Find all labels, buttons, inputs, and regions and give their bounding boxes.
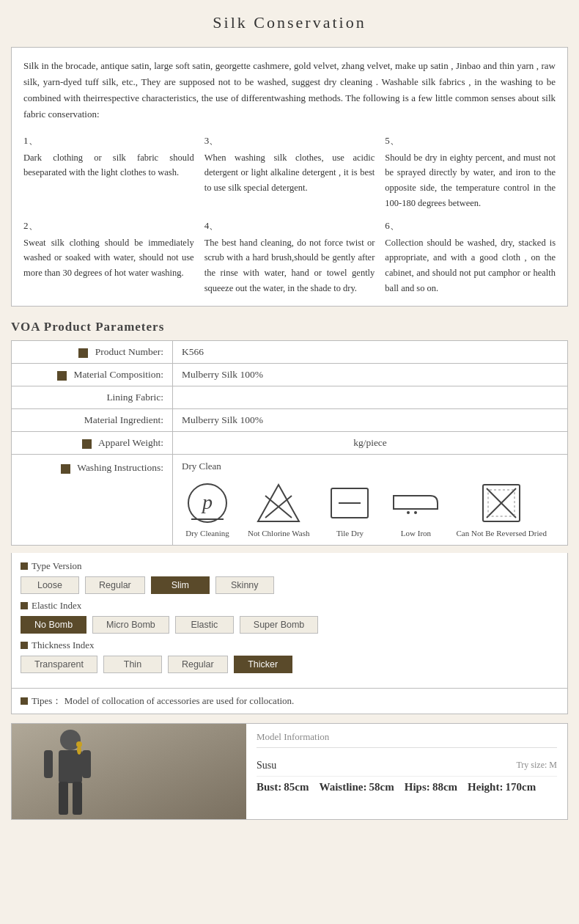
type-regular-btn[interactable]: Regular	[85, 576, 145, 594]
conservation-item-1: 1、 Dark clothing or silk fabric should b…	[23, 133, 194, 210]
low-iron-icon	[390, 481, 441, 525]
item-num-2: 2、	[23, 218, 194, 233]
param-row-washing: Washing Instructions: Dry Clean p	[12, 455, 568, 545]
conservation-item-3: 3、 When washing silk clothes, use acidic…	[204, 133, 375, 210]
no-chlorine-item: Not Chlorine Wash	[248, 481, 309, 538]
model-hips: Hips: 88cm	[405, 781, 457, 793]
elastic-elastic-btn[interactable]: Elastic	[175, 616, 234, 634]
low-iron-item: Low Iron	[390, 481, 441, 538]
item-num-6: 6、	[385, 218, 556, 233]
tile-dry-label: Tile Dry	[336, 528, 364, 538]
param-row-lining-fabric: Lining Fabric:	[12, 386, 568, 409]
type-loose-btn[interactable]: Loose	[21, 576, 79, 594]
tips-text: Tipes： Model of collocation of accessori…	[32, 694, 294, 708]
svg-marker-3	[258, 485, 299, 521]
model-bust: Bust: 85cm	[257, 781, 309, 793]
material-comp-label: Material Composition:	[12, 364, 173, 386]
model-stats-row: Bust: 85cm Waistline: 58cm Hips: 88cm He…	[257, 777, 557, 798]
item-num-3: 3、	[204, 133, 375, 148]
model-section: Model Information Susu Try size: M Bust:…	[11, 723, 568, 820]
not-chlorine-label: Not Chlorine Wash	[248, 528, 309, 538]
dry-cleaning-icon: p	[185, 481, 229, 525]
param-row-material-ingredient: Material Ingredient: Mulberry Silk 100%	[12, 409, 568, 432]
lining-fabric-value	[173, 386, 568, 409]
model-info-right: Model Information Susu Try size: M Bust:…	[246, 724, 567, 819]
elastic-nobomb-btn[interactable]: No Bomb	[21, 616, 86, 634]
washing-content-cell: Dry Clean p Dry Cleaning	[173, 455, 568, 545]
conservation-box: Silk in the brocade, antique satin, larg…	[11, 47, 568, 307]
square-icon-2	[57, 371, 67, 381]
item-num-5: 5、	[385, 133, 556, 148]
model-try-size: Try size: M	[516, 760, 557, 771]
item-num-4: 4、	[204, 218, 375, 233]
cant-reverse-item: Can Not Be Reversed Dried	[456, 481, 546, 538]
conservation-item-6: 6、 Collection should be washed, dry, sta…	[385, 218, 556, 296]
thickness-index-label: Thickness Index	[21, 639, 558, 651]
model-info-name-row: Susu Try size: M	[257, 755, 557, 777]
square-icon-4	[61, 464, 70, 474]
conservation-item-5: 5、 Should be dry in eighty percent, and …	[385, 133, 556, 210]
model-height: Height: 170cm	[468, 781, 536, 793]
conservation-grid: 1、 Dark clothing or silk fabric should b…	[23, 133, 556, 296]
tile-dry-item: Tile Dry	[324, 481, 375, 538]
washing-icons-area: p Dry Cleaning	[182, 478, 558, 538]
type-skinny-btn[interactable]: Skinny	[215, 576, 274, 594]
thickness-index-group: Thickness Index Transparent Thin Regular…	[21, 639, 558, 673]
square-icon-tips	[21, 697, 28, 705]
thickness-thin-btn[interactable]: Thin	[103, 656, 162, 673]
svg-point-10	[414, 511, 417, 514]
tile-dry-icon	[328, 481, 372, 525]
svg-rect-20	[44, 750, 53, 778]
thickness-index-buttons: Transparent Thin Regular Thicker	[21, 656, 558, 673]
thickness-thicker-btn[interactable]: Thicker	[234, 656, 292, 673]
svg-rect-19	[73, 782, 82, 815]
conservation-item-4: 4、 The best hand cleaning, do not force …	[204, 218, 375, 296]
model-figure	[12, 724, 246, 819]
svg-rect-21	[82, 750, 91, 778]
cant-reverse-icon	[479, 481, 523, 525]
conservation-item-2: 2、 Sweat silk clothing should be immedia…	[23, 218, 194, 296]
type-slim-btn[interactable]: Slim	[151, 576, 210, 594]
tips-row: Tipes： Model of collocation of accessori…	[11, 689, 568, 714]
washing-label: Washing Instructions:	[12, 455, 173, 545]
material-comp-value: Mulberry Silk 100%	[173, 364, 568, 386]
item-num-1: 1、	[23, 133, 194, 148]
model-info-title: Model Information	[257, 731, 557, 748]
model-name: Susu	[257, 760, 300, 771]
page-title: Silk Conservation	[11, 7, 568, 38]
options-section: Type Version Loose Regular Slim Skinny E…	[11, 553, 568, 689]
material-ingredient-value: Mulberry Silk 100%	[173, 409, 568, 432]
voa-section-title: VOA Product Parameters	[11, 320, 568, 334]
svg-point-16	[60, 730, 81, 750]
product-number-label: Product Number:	[12, 341, 173, 364]
square-icon-3	[82, 439, 92, 449]
thickness-transparent-btn[interactable]: Transparent	[21, 656, 97, 673]
params-table: Product Number: K566 Material Compositio…	[11, 340, 568, 545]
thickness-regular-btn[interactable]: Regular	[168, 656, 228, 673]
apparel-weight-label: Apparel Weight:	[12, 432, 173, 455]
type-version-buttons: Loose Regular Slim Skinny	[21, 576, 558, 594]
square-icon-elastic	[21, 602, 28, 609]
product-number-value: K566	[173, 341, 568, 364]
model-waistline: Waistline: 58cm	[319, 781, 394, 793]
svg-rect-17	[59, 750, 82, 783]
svg-text:p: p	[201, 491, 213, 513]
elastic-index-buttons: No Bomb Micro Bomb Elastic Super Bomb	[21, 616, 558, 634]
square-icon-type	[21, 562, 28, 570]
param-row-apparel-weight: Apparel Weight: kg/piece	[12, 432, 568, 455]
square-icon-1	[78, 348, 88, 358]
dry-clean-text: Dry Clean	[182, 461, 558, 472]
svg-point-9	[407, 511, 410, 514]
apparel-weight-value: kg/piece	[173, 432, 568, 455]
param-row-product-number: Product Number: K566	[12, 341, 568, 364]
type-version-label: Type Version	[21, 560, 558, 572]
elastic-microbomb-btn[interactable]: Micro Bomb	[92, 616, 169, 634]
elastic-superbomb-btn[interactable]: Super Bomb	[240, 616, 318, 634]
material-ingredient-label: Material Ingredient:	[12, 409, 173, 432]
type-version-group: Type Version Loose Regular Slim Skinny	[21, 560, 558, 594]
elastic-index-group: Elastic Index No Bomb Micro Bomb Elastic…	[21, 600, 558, 634]
square-icon-thickness	[21, 642, 28, 649]
svg-rect-18	[59, 782, 68, 815]
not-chlorine-icon	[257, 481, 300, 525]
param-row-material-comp: Material Composition: Mulberry Silk 100%	[12, 364, 568, 386]
